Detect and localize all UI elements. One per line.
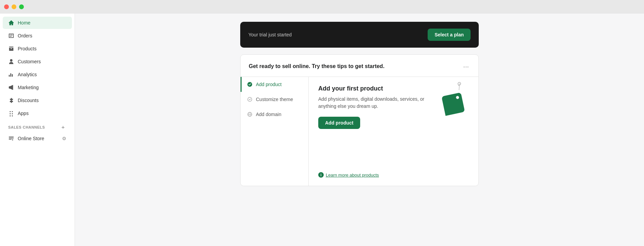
tips-card-header: Get ready to sell online. Try these tips… [241, 55, 478, 77]
sidebar-label-products: Products [18, 46, 36, 51]
online-store-left: Online Store [8, 135, 44, 142]
step-label-add-domain: Add domain [256, 112, 281, 117]
tag-hook [457, 81, 462, 86]
minimize-button[interactable] [12, 4, 16, 9]
step-label-add-product: Add product [256, 82, 282, 87]
sidebar-item-analytics[interactable]: Analytics [3, 68, 72, 81]
sidebar-item-customers[interactable]: Customers [3, 55, 72, 68]
step-circle-icon [247, 97, 252, 102]
sidebar-label-discounts: Discounts [18, 98, 39, 103]
home-icon [8, 20, 14, 26]
sidebar-label-customers: Customers [18, 59, 41, 64]
app-layout: Home Orders Products [0, 14, 644, 246]
step-content-description: Add physical items, digital downloads, s… [318, 96, 434, 110]
apps-icon [8, 110, 14, 116]
marketing-icon [8, 84, 14, 91]
sidebar-item-orders[interactable]: Orders [3, 30, 72, 42]
more-options-button[interactable]: ··· [462, 62, 470, 71]
sidebar-label-home: Home [18, 20, 30, 26]
tips-card: Get ready to sell online. Try these tips… [240, 54, 479, 186]
learn-more-link[interactable]: i Learn more about products [318, 172, 469, 178]
maximize-button[interactable] [19, 4, 24, 9]
sales-channels-header: SALES CHANNELS ＋ [3, 120, 72, 132]
select-plan-button[interactable]: Select a plan [428, 29, 471, 41]
step-content-text: Add your first product Add physical item… [318, 85, 435, 129]
tag-body [442, 93, 465, 116]
step-item-add-domain[interactable]: Add domain [241, 107, 308, 122]
sidebar-item-home[interactable]: Home [3, 17, 72, 29]
step-content-panel: Add your first product Add physical item… [309, 77, 478, 186]
online-store-label: Online Store [18, 136, 44, 141]
sales-channels-label: SALES CHANNELS [8, 125, 45, 129]
online-store-settings-icon[interactable]: ⚙ [62, 136, 66, 141]
sidebar-label-orders: Orders [18, 33, 32, 38]
products-icon [8, 46, 14, 52]
step-content-top: Add your first product Add physical item… [318, 85, 469, 129]
step-label-customize-theme: Customize theme [256, 97, 293, 102]
customers-icon [8, 59, 14, 65]
sidebar-item-apps[interactable]: Apps [3, 107, 72, 119]
title-bar [0, 0, 644, 14]
add-product-button[interactable]: Add product [318, 117, 360, 129]
store-icon [8, 135, 14, 142]
analytics-icon [8, 71, 14, 78]
step-item-add-product[interactable]: Add product [241, 77, 308, 92]
trial-text: Your trial just started [248, 32, 292, 37]
plus-icon: ＋ [60, 124, 66, 131]
close-button[interactable] [4, 4, 9, 9]
step-item-customize-theme[interactable]: Customize theme [241, 92, 308, 107]
sidebar-item-online-store[interactable]: Online Store ⚙ [3, 132, 72, 145]
discounts-icon [8, 97, 14, 103]
sidebar-label-marketing: Marketing [18, 85, 39, 90]
sidebar-label-analytics: Analytics [18, 72, 37, 77]
tips-title: Get ready to sell online. Try these tips… [249, 63, 384, 69]
sidebar-item-discounts[interactable]: Discounts [3, 94, 72, 106]
sidebar-item-marketing[interactable]: Marketing [3, 81, 72, 94]
step-globe-icon [247, 112, 252, 117]
tips-body: Add product Customize theme [241, 77, 478, 186]
main-content: Your trial just started Select a plan Ge… [75, 14, 644, 246]
sidebar-item-products[interactable]: Products [3, 43, 72, 55]
step-check-icon [247, 82, 252, 87]
step-content-title: Add your first product [318, 85, 435, 92]
tag-hole [456, 96, 459, 99]
orders-icon [8, 33, 14, 39]
sidebar: Home Orders Products [0, 14, 75, 246]
info-icon: i [318, 172, 324, 178]
add-sales-channel-button[interactable]: ＋ [60, 124, 66, 131]
product-tag-illustration [442, 85, 469, 112]
trial-banner: Your trial just started Select a plan [240, 22, 479, 48]
learn-more-text: Learn more about products [326, 173, 379, 178]
steps-list: Add product Customize theme [241, 77, 309, 186]
sidebar-label-apps: Apps [18, 111, 29, 116]
